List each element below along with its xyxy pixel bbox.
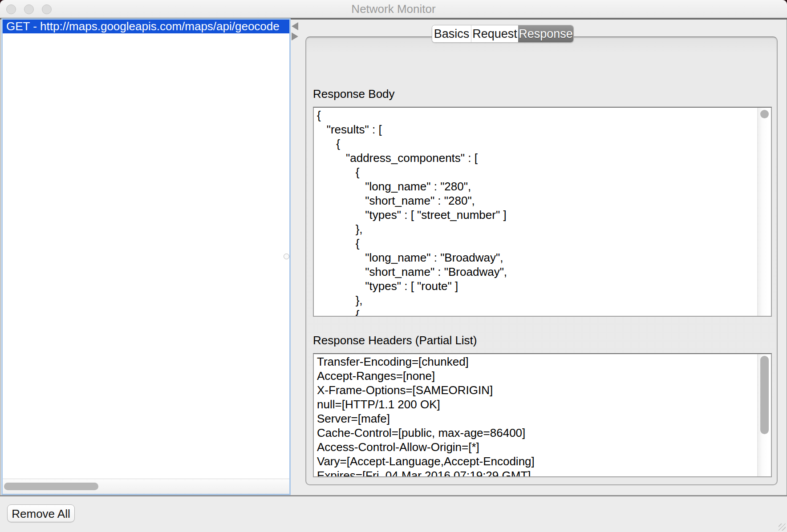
request-list-item-selected[interactable]: GET - http://maps.googleapis.com/maps/ap… bbox=[3, 20, 289, 33]
response-headers-text[interactable]: Transfer-Encoding=[chunked] Accept-Range… bbox=[314, 354, 758, 476]
tab-response[interactable]: Response bbox=[518, 25, 573, 42]
response-body-scrollbar[interactable] bbox=[757, 108, 771, 316]
remove-all-button[interactable]: Remove All bbox=[7, 504, 75, 522]
response-body-text[interactable]: { "results" : [ { "address_components" :… bbox=[314, 108, 758, 316]
response-headers-scrollbar-thumb[interactable] bbox=[760, 356, 769, 434]
response-body-scrollbar-thumb[interactable] bbox=[760, 110, 769, 118]
response-body-textarea[interactable]: { "results" : [ { "address_components" :… bbox=[313, 107, 772, 317]
tab-bar: Basics Request Response bbox=[432, 25, 574, 43]
tab-request[interactable]: Request bbox=[471, 25, 518, 42]
response-body-label: Response Body bbox=[313, 87, 395, 101]
response-headers-label: Response Headers (Partial List) bbox=[313, 334, 477, 347]
response-headers-scrollbar[interactable] bbox=[757, 354, 771, 476]
request-list[interactable]: GET - http://maps.googleapis.com/maps/ap… bbox=[3, 20, 289, 494]
window-title: Network Monitor bbox=[0, 0, 787, 18]
split-divider[interactable] bbox=[291, 20, 305, 494]
horizontal-scrollbar-thumb[interactable] bbox=[4, 483, 98, 490]
title-bar: Network Monitor bbox=[0, 0, 787, 20]
bottom-toolbar: Remove All bbox=[0, 496, 787, 532]
horizontal-scrollbar[interactable] bbox=[3, 479, 289, 494]
network-monitor-window: Network Monitor GET - http://maps.google… bbox=[0, 0, 787, 532]
window-resize-grip-icon[interactable] bbox=[779, 524, 786, 531]
collapse-left-icon[interactable] bbox=[292, 22, 298, 30]
split-divider-grip-icon[interactable] bbox=[284, 254, 289, 259]
tab-basics[interactable]: Basics bbox=[432, 25, 471, 42]
response-headers-textarea[interactable]: Transfer-Encoding=[chunked] Accept-Range… bbox=[313, 353, 772, 477]
collapse-right-icon[interactable] bbox=[292, 32, 298, 40]
